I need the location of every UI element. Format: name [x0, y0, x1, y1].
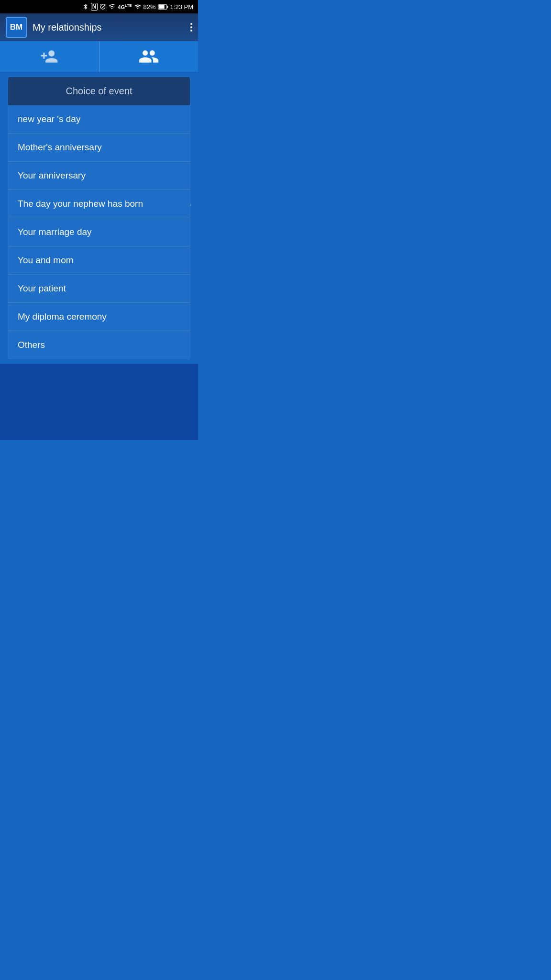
app-bar: BM My relationships — [0, 13, 198, 41]
person-add-icon — [40, 47, 58, 66]
dot2 — [190, 26, 192, 28]
app-title: My relationships — [33, 22, 102, 33]
more-menu-button[interactable] — [190, 23, 192, 32]
signal-icon — [134, 3, 142, 10]
dot1 — [190, 23, 192, 25]
alarm-icon — [99, 3, 106, 10]
status-time: 1:23 PM — [170, 3, 193, 11]
list-item-your-anniversary[interactable]: Your anniversary — [8, 162, 190, 190]
bluetooth-icon — [82, 3, 89, 10]
list-item-others[interactable]: Others — [8, 331, 190, 359]
app-logo: BM — [6, 17, 27, 38]
tab-bar — [0, 41, 198, 72]
wifi-icon — [108, 3, 116, 10]
svg-rect-2 — [167, 6, 168, 8]
group-icon — [138, 46, 159, 67]
app-bar-left: BM My relationships — [6, 17, 102, 38]
bottom-area — [0, 364, 198, 440]
dialog-list: new year 's day Mother's anniversary You… — [8, 105, 190, 359]
list-item-you-and-mom[interactable]: You and mom — [8, 246, 190, 275]
status-icons: N 4GLTE 82% 1:23 PM — [82, 3, 193, 11]
dialog-title: Choice of event — [66, 86, 132, 96]
choice-of-event-dialog: Choice of event new year 's day Mother's… — [8, 77, 190, 359]
nfc-icon: N — [91, 3, 98, 11]
lte-icon: 4GLTE — [118, 3, 132, 10]
svg-rect-1 — [159, 5, 165, 8]
list-item-nephew-born[interactable]: The day your nephew has born — [8, 190, 190, 218]
tab-group[interactable] — [99, 41, 198, 72]
list-item-diploma-ceremony[interactable]: My diploma ceremony — [8, 303, 190, 331]
battery-percentage: 82% — [143, 3, 156, 11]
battery-icon — [158, 4, 168, 10]
dot3 — [190, 30, 192, 32]
main-content: Choice of event new year 's day Mother's… — [0, 77, 198, 364]
dialog-header: Choice of event — [8, 77, 190, 105]
tab-add-person[interactable] — [0, 41, 99, 72]
list-item-marriage-day[interactable]: Your marriage day — [8, 218, 190, 246]
list-item-mothers-anniversary[interactable]: Mother's anniversary — [8, 134, 190, 162]
list-item-your-patient[interactable]: Your patient — [8, 275, 190, 303]
list-item-new-years-day[interactable]: new year 's day — [8, 105, 190, 134]
status-bar: N 4GLTE 82% 1:23 PM — [0, 0, 198, 13]
